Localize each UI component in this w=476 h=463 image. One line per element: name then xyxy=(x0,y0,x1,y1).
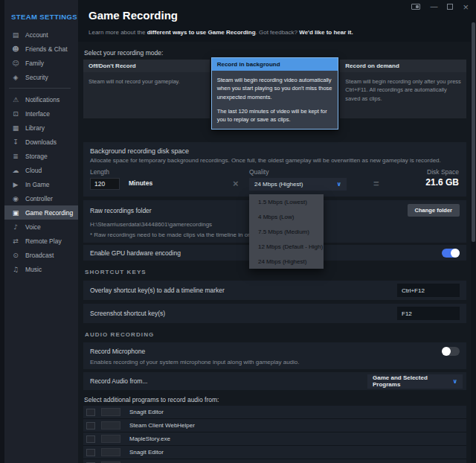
quality-option[interactable]: 4 Mbps (Low) xyxy=(249,209,324,224)
scrollbar-track[interactable] xyxy=(471,0,476,463)
scrollbar-thumb[interactable] xyxy=(472,22,475,242)
monitor-icon: ⊡ xyxy=(11,110,20,118)
notifications-icon: ⚠ xyxy=(11,96,20,103)
program-checkbox[interactable] xyxy=(86,409,95,416)
screenshot-shortcut-input[interactable] xyxy=(397,307,460,320)
cloud-icon: ☁ xyxy=(11,167,20,174)
overlay-shortcut-input[interactable] xyxy=(397,284,460,297)
program-name: Snagit Editor xyxy=(129,449,164,456)
sidebar-item-notifications[interactable]: ⚠Notifications xyxy=(0,92,78,106)
mode-card-paragraph: Steam will begin recording video automat… xyxy=(217,76,333,101)
audio-recording-heading: AUDIO RECORDING xyxy=(85,331,466,339)
friends-icon: ☻ xyxy=(11,45,20,53)
sidebar-item-downloads[interactable]: ↧Downloads xyxy=(0,135,78,149)
disk-controls-row: Length Minutes × Quality 24 Mbps (Highes… xyxy=(90,168,460,191)
mode-card-title: Record in background xyxy=(212,58,338,71)
quality-select[interactable]: 24 Mbps (Highest) ∨ 1.5 Mbps (Lowest) 4 … xyxy=(249,178,347,191)
mode-card-title: Off/Don't Record xyxy=(83,60,210,72)
sidebar-item-library[interactable]: ▦Library xyxy=(0,121,78,135)
sidebar-item-security[interactable]: ◈Security xyxy=(0,70,78,84)
maximize-button[interactable] xyxy=(447,4,453,10)
sidebar-item-label: Family xyxy=(25,60,44,67)
drive-icon: ≣ xyxy=(11,153,20,160)
sidebar-item-friends-chat[interactable]: ☻Friends & Chat xyxy=(0,42,78,56)
mode-card-off[interactable]: Off/Don't Record Steam will not record y… xyxy=(83,60,210,118)
sidebar-item-label: Controller xyxy=(25,195,53,202)
program-list: Snagit Editor Steam Client WebHelper Map… xyxy=(83,406,466,463)
sidebar-item-label: Downloads xyxy=(25,138,57,146)
settings-main-panel: Game Recording Learn more about the diff… xyxy=(78,0,476,463)
in-game-icon: ▶ xyxy=(11,181,20,188)
sidebar-item-interface[interactable]: ⊡Interface xyxy=(0,106,78,121)
sidebar-item-remote-play[interactable]: ⇄Remote Play xyxy=(0,234,78,248)
sidebar-item-in-game[interactable]: ▶In Game xyxy=(0,177,78,191)
program-checkbox[interactable] xyxy=(86,422,95,430)
sidebar-divider xyxy=(9,88,71,89)
sidebar-item-storage[interactable]: ≣Storage xyxy=(0,149,78,163)
feedback-link[interactable]: We'd like to hear it. xyxy=(299,29,353,36)
length-unit-label: Minutes xyxy=(129,179,152,187)
settings-sidebar: STEAM SETTINGS ▤Account ☻Friends & Chat … xyxy=(0,0,78,463)
change-folder-button[interactable]: Change folder xyxy=(408,204,460,217)
program-row: MapleStory.exe xyxy=(83,432,466,446)
length-input[interactable] xyxy=(90,178,120,190)
mode-card-background[interactable]: Record in background Steam will begin re… xyxy=(211,57,339,130)
download-icon: ↧ xyxy=(11,138,20,146)
disk-section-description: Allocate space for temporary background … xyxy=(90,157,460,164)
quality-option[interactable]: 24 Mbps (Highest) xyxy=(249,254,324,269)
sidebar-item-music[interactable]: ♫Music xyxy=(0,262,78,276)
broadcast-icon: ⊙ xyxy=(11,252,20,259)
audio-source-value: Game and Selected Programs xyxy=(373,374,453,388)
recording-mode-label: Select your recording mode: xyxy=(84,49,466,57)
quality-dropdown-menu: 1.5 Mbps (Lowest) 4 Mbps (Low) 7.5 Mbps … xyxy=(249,194,324,269)
quality-option[interactable]: 7.5 Mbps (Medium) xyxy=(249,224,324,239)
program-name: Steam Client WebHelper xyxy=(129,422,195,429)
sidebar-item-cloud[interactable]: ☁Cloud xyxy=(0,163,78,177)
sidebar-item-label: Game Recording xyxy=(25,209,73,217)
learn-mid-text: . Got feedback? xyxy=(256,29,300,36)
record-microphone-toggle[interactable] xyxy=(442,347,460,356)
mode-card-body: Steam will not record your gameplay. xyxy=(83,72,210,118)
record-audio-from-label: Record Audio from... xyxy=(90,377,147,385)
audio-source-select[interactable]: Game and Selected Programs ∨ xyxy=(367,374,463,389)
panel-icon[interactable] xyxy=(411,4,420,10)
mode-card-body: Steam will begin recording video automat… xyxy=(212,71,338,129)
sidebar-item-game-recording[interactable]: ▣Game Recording xyxy=(0,205,78,220)
sidebar-item-label: Library xyxy=(25,124,45,132)
sidebar-item-broadcast[interactable]: ⊙Broadcast xyxy=(0,248,78,262)
disk-space-block: Disk Space 21.6 GB xyxy=(425,168,459,188)
sidebar-item-account[interactable]: ▤Account xyxy=(0,28,78,42)
different-ways-link[interactable]: different ways to use Game Recording xyxy=(147,29,256,36)
program-row: Snagit Editor xyxy=(83,446,466,459)
program-name: MapleStory.exe xyxy=(129,435,170,442)
sidebar-item-label: In Game xyxy=(25,181,50,188)
sidebar-item-family[interactable]: ☺Family xyxy=(0,56,78,70)
learn-prefix-text: Learn more about the xyxy=(89,29,147,36)
quality-option[interactable]: 1.5 Mbps (Lowest) xyxy=(249,194,324,209)
sidebar-item-controller[interactable]: ◉Controller xyxy=(0,191,78,205)
mode-card-on-demand[interactable]: Record on demand Steam will begin record… xyxy=(340,60,466,118)
music-icon: ♫ xyxy=(11,266,20,273)
sidebar-item-label: Remote Play xyxy=(25,237,62,245)
account-icon: ▤ xyxy=(11,31,20,39)
quality-block: Quality 24 Mbps (Highest) ∨ 1.5 Mbps (Lo… xyxy=(249,168,347,191)
sidebar-item-label: Storage xyxy=(25,153,48,160)
minimize-button[interactable]: — xyxy=(430,3,437,10)
sidebar-item-voice[interactable]: ♪Voice xyxy=(0,220,78,234)
close-button[interactable]: × xyxy=(463,4,469,10)
program-row: Steam Client WebHelper xyxy=(83,419,466,432)
page-title: Game Recording xyxy=(89,9,466,22)
program-checkbox[interactable] xyxy=(86,449,95,456)
mode-card-body: Steam will begin recording only after yo… xyxy=(340,72,466,118)
quality-selected-value: 24 Mbps (Highest) xyxy=(254,181,303,188)
program-checkbox[interactable] xyxy=(86,435,95,443)
record-microphone-block: Record Microphone Enables recording of y… xyxy=(83,342,466,369)
length-label: Length xyxy=(90,168,120,176)
toggle-knob xyxy=(451,249,460,258)
quality-option[interactable]: 12 Mbps (Default - High) xyxy=(249,239,324,254)
multiply-symbol: × xyxy=(233,178,239,189)
gpu-encoding-toggle[interactable] xyxy=(442,249,460,258)
equals-symbol: = xyxy=(373,178,379,189)
sidebar-item-label: Account xyxy=(25,31,48,39)
mode-card-title: Record on demand xyxy=(340,60,466,72)
